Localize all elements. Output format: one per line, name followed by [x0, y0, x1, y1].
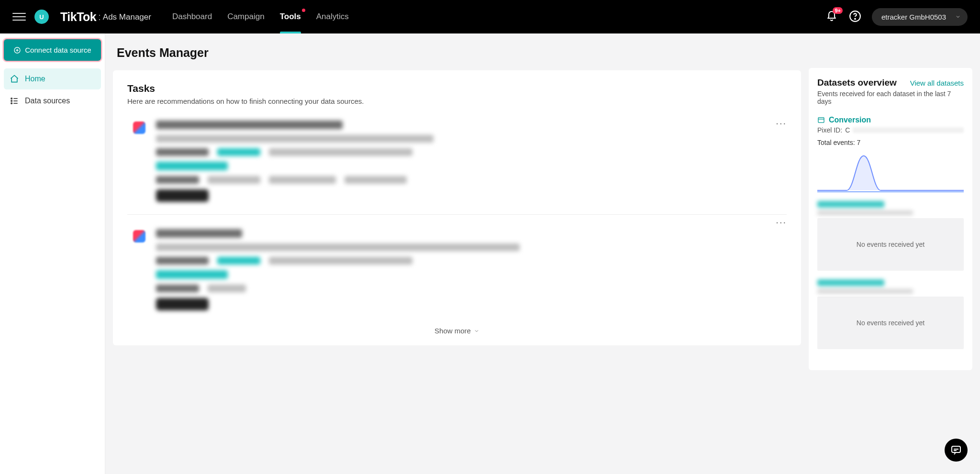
nav-tools[interactable]: Tools: [280, 0, 301, 33]
pixel-id-prefix: C: [845, 126, 850, 134]
sidebar-item-label: Data sources: [25, 97, 70, 105]
account-switcher[interactable]: etracker GmbH0503: [872, 8, 968, 26]
svg-point-1: [855, 18, 856, 19]
dataset-name: Conversion: [829, 116, 871, 124]
show-more-label: Show more: [434, 327, 471, 335]
dataset-block-conversion: Conversion Pixel ID: C Total events: 7: [817, 116, 964, 192]
brand-sep: :: [98, 11, 101, 22]
dataset-link[interactable]: Conversion: [817, 116, 964, 124]
svg-point-3: [11, 98, 12, 99]
user-avatar[interactable]: U: [34, 10, 49, 24]
nav-dashboard-label: Dashboard: [172, 12, 212, 22]
notifications-badge: 9+: [833, 7, 843, 14]
connect-data-source-button[interactable]: Connect data source: [4, 39, 101, 61]
account-label: etracker GmbH0503: [881, 13, 946, 21]
nav-tools-label: Tools: [280, 12, 301, 22]
tasks-subtitle: Here are recommendations on how to finis…: [127, 97, 787, 105]
nav-analytics[interactable]: Analytics: [316, 0, 349, 33]
brand-logo: TikTok: [60, 10, 96, 24]
brand: TikTok : Ads Manager: [60, 10, 151, 24]
sparkline-svg: [817, 150, 964, 191]
task-menu-button[interactable]: ···: [776, 118, 787, 129]
task-item: ···: [127, 116, 787, 214]
svg-point-5: [11, 103, 12, 104]
hamburger-menu[interactable]: [12, 10, 26, 23]
total-events-value: 7: [857, 139, 861, 146]
nav-dashboard[interactable]: Dashboard: [172, 0, 212, 33]
task-redacted-content: [156, 229, 520, 310]
nav-analytics-label: Analytics: [316, 12, 349, 22]
dataset-redacted-header: [817, 279, 964, 294]
chat-icon: [950, 444, 962, 456]
no-events-panel: No events received yet: [817, 218, 964, 271]
notifications-button[interactable]: 9+: [826, 11, 838, 23]
task-item: ···: [127, 214, 787, 323]
svg-point-4: [11, 100, 12, 102]
tasks-title: Tasks: [127, 83, 787, 94]
sidebar-item-home[interactable]: Home: [4, 68, 101, 89]
total-events: Total events: 7: [817, 139, 964, 146]
dataset-block-redacted: No events received yet: [817, 279, 964, 349]
topbar-icons: 9+ etracker GmbH0503: [826, 8, 968, 26]
task-menu-button[interactable]: ···: [776, 217, 787, 228]
top-nav: Dashboard Campaign Tools Analytics: [172, 0, 349, 33]
overview-title: Datasets overview: [817, 77, 897, 88]
dataset-block-redacted: No events received yet: [817, 201, 964, 271]
center-column: Events Manager Tasks Here are recommenda…: [113, 33, 801, 466]
total-events-label: Total events:: [817, 139, 855, 146]
layout: Connect data source Home Data sources: [0, 33, 980, 474]
nav-campaign[interactable]: Campaign: [227, 0, 265, 33]
user-avatar-initial: U: [39, 13, 44, 21]
main: Events Manager Tasks Here are recommenda…: [105, 33, 980, 474]
sidebar-item-label: Home: [25, 75, 45, 83]
svg-rect-6: [818, 118, 824, 123]
task-icon: [133, 121, 145, 134]
nav-tools-alert-dot: [302, 9, 305, 12]
overview-subtitle: Events received for each dataset in the …: [817, 90, 964, 105]
datasets-overview-card: Datasets overview View all datasets Even…: [809, 68, 972, 370]
task-redacted-content: [156, 121, 434, 202]
list-icon: [10, 96, 19, 106]
side-nav: Home Data sources: [4, 68, 101, 111]
dataset-redacted-header: [817, 201, 964, 215]
task-icon: [133, 230, 145, 243]
chevron-down-icon: [955, 14, 961, 20]
plus-circle-icon: [13, 46, 21, 54]
topbar: U TikTok : Ads Manager Dashboard Campaig…: [0, 0, 980, 33]
pixel-id-redacted: [853, 127, 964, 133]
tasks-card: Tasks Here are recommendations on how to…: [113, 70, 801, 345]
sparkline-chart: [817, 150, 964, 192]
window-icon: [817, 116, 825, 124]
chevron-down-icon: [474, 328, 479, 334]
pixel-id-row: Pixel ID: C: [817, 126, 964, 134]
no-events-text: No events received yet: [857, 241, 924, 248]
sidebar-item-data-sources[interactable]: Data sources: [4, 90, 101, 111]
home-icon: [10, 74, 19, 84]
chat-fab[interactable]: [945, 439, 968, 462]
help-button[interactable]: [849, 10, 861, 24]
nav-campaign-label: Campaign: [227, 12, 265, 22]
right-column: Datasets overview View all datasets Even…: [809, 68, 972, 466]
connect-button-label: Connect data source: [25, 46, 91, 54]
brand-subtitle: Ads Manager: [103, 12, 151, 22]
no-events-text: No events received yet: [857, 319, 924, 327]
pixel-id-label: Pixel ID:: [817, 126, 842, 134]
show-more-button[interactable]: Show more: [127, 327, 787, 335]
help-icon: [849, 10, 861, 22]
sidebar: Connect data source Home Data sources: [0, 33, 105, 474]
page-title: Events Manager: [117, 46, 797, 60]
view-all-datasets-link[interactable]: View all datasets: [910, 79, 964, 87]
no-events-panel: No events received yet: [817, 297, 964, 349]
